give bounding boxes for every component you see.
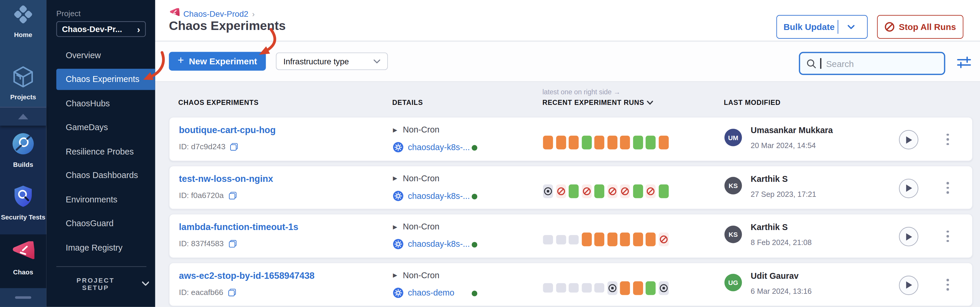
drag-handle-icon — [15, 296, 31, 299]
run-cancelled[interactable] — [607, 184, 617, 198]
rail-item-home[interactable]: Home — [0, 4, 46, 38]
run-empty-slot — [582, 283, 592, 293]
run-experiment-button[interactable] — [899, 130, 918, 150]
run-orange-bar[interactable] — [569, 136, 579, 150]
rail-item-label: Chaos — [13, 268, 33, 276]
run-orange-bar[interactable] — [633, 281, 643, 295]
stop-all-runs-button[interactable]: Stop All Runs — [877, 15, 964, 39]
rail-item-builds[interactable]: Builds — [0, 133, 46, 168]
experiment-name-link[interactable]: boutique-cart-cpu-hog — [179, 125, 275, 135]
rail-item-chaos[interactable]: Chaos — [0, 234, 46, 288]
project-setup-toggle[interactable]: PROJECT SETUP — [65, 278, 149, 290]
run-experiment-button[interactable] — [899, 227, 918, 246]
run-orange-bar[interactable] — [594, 136, 604, 150]
recent-runs — [543, 281, 669, 295]
run-orange-bar[interactable] — [594, 233, 604, 246]
run-green-bar[interactable] — [569, 184, 579, 198]
search-input[interactable] — [825, 58, 925, 69]
run-orange-bar[interactable] — [543, 136, 553, 150]
run-cancelled[interactable] — [582, 184, 592, 198]
run-cancelled[interactable] — [658, 233, 668, 246]
run-experiment-button[interactable] — [899, 178, 918, 198]
play-marker-icon: ▶ — [393, 127, 397, 133]
cancelled-icon — [582, 187, 591, 195]
infrastructure-link[interactable]: chaosday-k8s-... — [408, 191, 470, 200]
sidebar-item-gamedays[interactable]: GameDays — [56, 117, 155, 138]
run-orange-bar[interactable] — [646, 233, 656, 246]
rail-footer-handle[interactable] — [0, 288, 46, 307]
row-menu-button[interactable] — [943, 131, 953, 148]
filter-settings-button[interactable] — [956, 55, 972, 71]
run-orange-bar[interactable] — [556, 136, 566, 150]
copy-icon[interactable] — [228, 288, 236, 296]
run-green-bar[interactable] — [633, 136, 643, 150]
rail-collapse-button[interactable] — [0, 107, 46, 126]
rail-item-projects[interactable]: Projects — [0, 66, 46, 101]
experiment-name-link[interactable]: aws-ec2-stop-by-id-1658947438 — [179, 270, 314, 280]
play-icon — [905, 184, 913, 193]
sidebar-item-environments[interactable]: Environments — [56, 189, 155, 210]
run-cancelled[interactable] — [646, 184, 656, 198]
sidebar-item-image-registry[interactable]: Image Registry — [56, 237, 155, 258]
breadcrumb-project-link[interactable]: Chaos-Dev-Prod2 — [183, 9, 248, 19]
run-orange-bar[interactable] — [607, 136, 617, 150]
sidebar-item-chaosguard[interactable]: ChaosGuard — [56, 213, 155, 234]
row-menu-button[interactable] — [943, 227, 953, 245]
run-stopped[interactable] — [658, 281, 668, 295]
sidebar-item-overview[interactable]: Overview — [56, 44, 155, 65]
cancelled-icon — [557, 187, 565, 195]
run-stopped[interactable] — [607, 281, 617, 295]
run-orange-bar[interactable] — [620, 136, 630, 150]
run-cancelled[interactable] — [556, 184, 566, 198]
sidebar-item-chaos-experiments[interactable]: Chaos Experiments — [56, 68, 155, 90]
run-stopped[interactable] — [543, 184, 553, 198]
sidebar-item-resilience-probes[interactable]: Resilience Probes — [56, 141, 155, 162]
run-green-bar[interactable] — [658, 184, 668, 198]
search-icon — [806, 59, 816, 68]
infrastructure-link[interactable]: chaos-demo — [408, 288, 454, 297]
run-experiment-button[interactable] — [899, 275, 918, 295]
run-green-bar[interactable] — [646, 281, 656, 295]
sidebar-item-label: Environments — [65, 195, 117, 204]
project-selector[interactable]: Chaos-Dev-Pr... › — [56, 21, 146, 37]
schedule-type: ▶Non-Cron — [393, 173, 439, 183]
row-menu-button[interactable] — [943, 179, 953, 197]
project-selector-value: Chaos-Dev-Pr... — [62, 24, 122, 34]
rail-item-label: Security Tests — [1, 213, 45, 221]
infrastructure: chaosday-k8s-... — [393, 190, 470, 201]
sidebar-item-chaos-dashboards[interactable]: Chaos Dashboards — [56, 165, 155, 186]
run-orange-bar[interactable] — [582, 233, 592, 246]
run-orange-bar[interactable] — [620, 233, 630, 246]
infrastructure-link[interactable]: chaosday-k8s-... — [408, 239, 470, 249]
schedule-type: ▶Non-Cron — [393, 125, 439, 135]
infrastructure-link[interactable]: chaosday-k8s-... — [408, 142, 470, 152]
run-orange-bar[interactable] — [607, 233, 617, 246]
run-orange-bar[interactable] — [633, 233, 643, 246]
project-setup-label: PROJECT SETUP — [65, 276, 125, 291]
bulk-update-button[interactable]: Bulk Update — [776, 15, 868, 39]
modified-date: 20 Mar 2024, 14:54 — [751, 141, 816, 150]
run-green-bar[interactable] — [594, 184, 604, 198]
bulk-update-label: Bulk Update — [781, 22, 837, 32]
run-cancelled[interactable] — [620, 184, 630, 198]
experiment-name-link[interactable]: lambda-function-timeout-1s — [179, 222, 298, 232]
copy-icon[interactable] — [229, 240, 236, 248]
run-green-bar[interactable] — [646, 136, 656, 150]
bulk-update-dropdown[interactable] — [838, 25, 863, 29]
new-experiment-button[interactable]: + New Experiment — [169, 52, 266, 71]
copy-icon[interactable] — [229, 191, 236, 199]
cancelled-icon — [659, 235, 668, 244]
run-orange-bar[interactable] — [620, 281, 630, 295]
run-orange-bar[interactable] — [658, 136, 668, 150]
infrastructure-type-select[interactable]: Infrastructure type — [276, 52, 388, 70]
copy-icon[interactable] — [231, 143, 238, 151]
sidebar-item-chaoshubs[interactable]: ChaosHubs — [56, 93, 155, 114]
chevron-down-icon — [374, 59, 380, 63]
experiment-name-link[interactable]: test-nw-loss-on-nginx — [179, 173, 273, 183]
run-green-bar[interactable] — [582, 136, 592, 150]
rail-item-security-tests[interactable]: Security Tests — [0, 185, 46, 221]
run-green-bar[interactable] — [633, 184, 643, 198]
status-dot — [472, 290, 477, 296]
col-header-recent-runs[interactable]: RECENT EXPERIMENT RUNS — [542, 99, 653, 106]
row-menu-button[interactable] — [943, 276, 953, 293]
